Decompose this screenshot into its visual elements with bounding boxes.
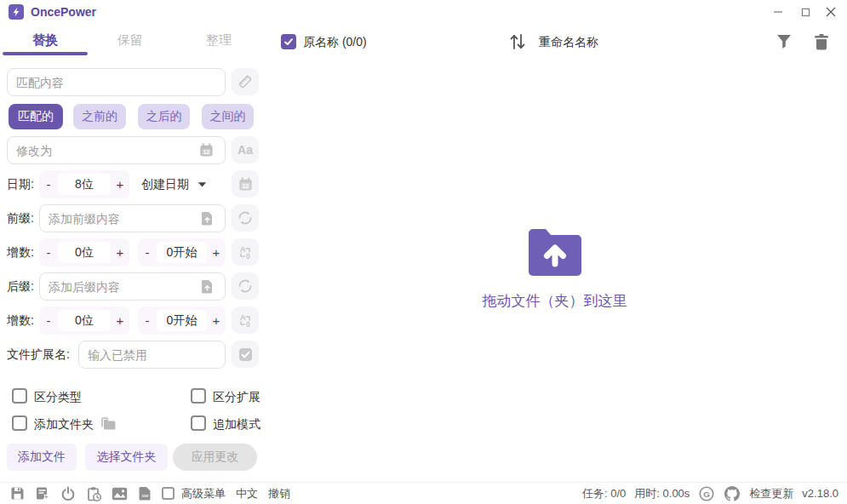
date-type-dropdown[interactable]: 创建日期 — [141, 170, 207, 198]
clipboard-clock-icon — [87, 486, 101, 501]
minimize-icon — [773, 7, 783, 17]
sequence-icon: A0 — [238, 244, 253, 260]
app-logo — [9, 4, 24, 20]
history-button[interactable] — [85, 485, 102, 502]
ruler-icon — [238, 74, 253, 89]
save-icon — [10, 486, 25, 501]
app-window: OncePower 替换 保留 整理 原名称 (0/0) 重命名名称 匹配的 之… — [0, 0, 847, 504]
export-log-button[interactable] — [34, 485, 51, 502]
mode-pill-before[interactable]: 之前的 — [73, 104, 126, 129]
active-tab-indicator — [3, 52, 88, 55]
suffix-label: 后缀: — [7, 272, 34, 301]
statusbar: csv 高级菜单 中文 撤销 任务: 0/0 用时: 0.00s G 检查更新 … — [0, 482, 847, 504]
apply-changes-button[interactable]: 应用更改 — [173, 444, 257, 471]
inc1-digits-plus-button[interactable]: + — [111, 238, 129, 266]
tab-organize[interactable]: 整理 — [176, 32, 261, 49]
tasks-count: 任务: 0/0 — [582, 486, 626, 501]
increment1-start-stepper: - 0开始 + — [138, 238, 226, 266]
case-toggle-button[interactable]: Aa — [232, 136, 259, 163]
inc2-digits-minus-button[interactable]: - — [39, 306, 58, 335]
statusbar-left: csv 高级菜单 中文 撤销 — [0, 485, 300, 502]
checkbox-append-mode[interactable] — [191, 415, 206, 431]
check-update-link[interactable]: 检查更新 — [749, 486, 793, 501]
inc2-digits-plus-button[interactable]: + — [111, 306, 129, 335]
mode-pill-between[interactable]: 之间的 — [202, 104, 254, 129]
undo-button[interactable]: 撤销 — [268, 486, 290, 501]
mode-pill-after[interactable]: 之后的 — [138, 104, 190, 129]
language-switch[interactable]: 中文 — [236, 486, 258, 501]
add-files-button[interactable]: 添加文件 — [7, 444, 77, 471]
image-icon — [112, 487, 128, 501]
checkbox-distinguish-type[interactable] — [12, 388, 27, 404]
tab-keep[interactable]: 保留 — [88, 32, 173, 49]
prefix-input[interactable] — [39, 204, 226, 232]
date-digits-plus-button[interactable]: + — [111, 170, 129, 198]
svg-text:12: 12 — [242, 182, 249, 188]
checkbox-add-folder[interactable] — [12, 415, 27, 431]
save-config-button[interactable] — [9, 485, 26, 502]
svg-text:0: 0 — [246, 320, 250, 329]
prefix-loop-button[interactable] — [232, 204, 259, 232]
checkbox-label-distinguish-ext: 区分扩展 — [213, 390, 260, 405]
gitee-link[interactable]: G — [698, 485, 715, 502]
inc2-start-plus-button[interactable]: + — [207, 306, 226, 335]
checkbox-label-distinguish-type: 区分类型 — [34, 390, 82, 405]
replace-with-input[interactable] — [7, 136, 226, 164]
inc1-digits-value: 0位 — [58, 242, 111, 263]
csv-export-button[interactable]: csv — [136, 485, 153, 502]
regex-ruler-button[interactable] — [232, 68, 259, 95]
rename-header: 重命名名称 — [539, 35, 598, 50]
tab-replace[interactable]: 替换 — [3, 32, 88, 49]
date-label: 日期: — [7, 170, 34, 198]
image-preview-button[interactable] — [111, 485, 128, 502]
checkbox-label-append-mode: 追加模式 — [213, 417, 260, 432]
advanced-menu-checkbox[interactable] — [162, 487, 175, 500]
maximize-button[interactable] — [791, 0, 820, 24]
date-type-value: 创建日期 — [141, 177, 189, 192]
calendar-icon: 12 — [238, 177, 253, 192]
date-digits-value: 8位 — [58, 174, 111, 195]
date-digits-minus-button[interactable]: - — [39, 170, 58, 198]
github-icon — [724, 486, 740, 501]
extension-input[interactable] — [78, 341, 226, 369]
select-all-checkbox[interactable] — [281, 34, 296, 49]
inc2-start-minus-button[interactable]: - — [138, 306, 157, 335]
date-insert-button[interactable]: 12 — [232, 170, 259, 198]
inc2-start-value: 0开始 — [157, 310, 207, 331]
version-label: v2.18.0 — [802, 487, 838, 500]
inc1-start-minus-button[interactable]: - — [138, 238, 157, 266]
suffix-input[interactable] — [39, 272, 226, 301]
suffix-sequence-button[interactable]: A0 — [232, 306, 259, 334]
sort-icon[interactable] — [507, 32, 528, 51]
upload-folder-icon — [525, 226, 585, 276]
power-icon — [60, 486, 76, 501]
app-title: OncePower — [31, 5, 96, 19]
lightning-bolt-icon — [11, 7, 21, 17]
inc1-digits-minus-button[interactable]: - — [39, 238, 58, 266]
elapsed-time: 用时: 0.00s — [634, 486, 690, 501]
extension-toggle-button[interactable] — [232, 341, 259, 368]
match-content-input[interactable] — [7, 68, 226, 96]
increment2-label: 增数: — [7, 306, 34, 335]
power-button[interactable] — [60, 485, 77, 502]
minimize-button[interactable] — [764, 0, 793, 24]
svg-text:A: A — [240, 245, 246, 254]
delete-button[interactable] — [813, 32, 830, 50]
prefix-sequence-button[interactable]: A0 — [232, 238, 259, 266]
choose-folder-button[interactable]: 选择文件夹 — [85, 444, 168, 471]
close-button[interactable] — [816, 0, 845, 24]
file-dropzone[interactable]: 拖动文件（夹）到这里 — [262, 60, 847, 477]
file-edit-icon — [36, 486, 50, 501]
extension-label: 文件扩展名: — [7, 341, 70, 369]
inc1-start-plus-button[interactable]: + — [207, 238, 226, 266]
close-icon — [826, 7, 836, 17]
suffix-loop-button[interactable] — [232, 272, 259, 300]
github-link[interactable] — [724, 485, 741, 502]
gitee-icon: G — [699, 486, 714, 501]
mode-pill-matched[interactable]: 匹配的 — [9, 104, 63, 129]
svg-text:0: 0 — [246, 252, 250, 261]
funnel-icon — [775, 33, 793, 50]
filter-button[interactable] — [775, 33, 793, 50]
checkbox-distinguish-ext[interactable] — [191, 388, 206, 404]
original-name-header: 原名称 (0/0) — [303, 35, 367, 50]
